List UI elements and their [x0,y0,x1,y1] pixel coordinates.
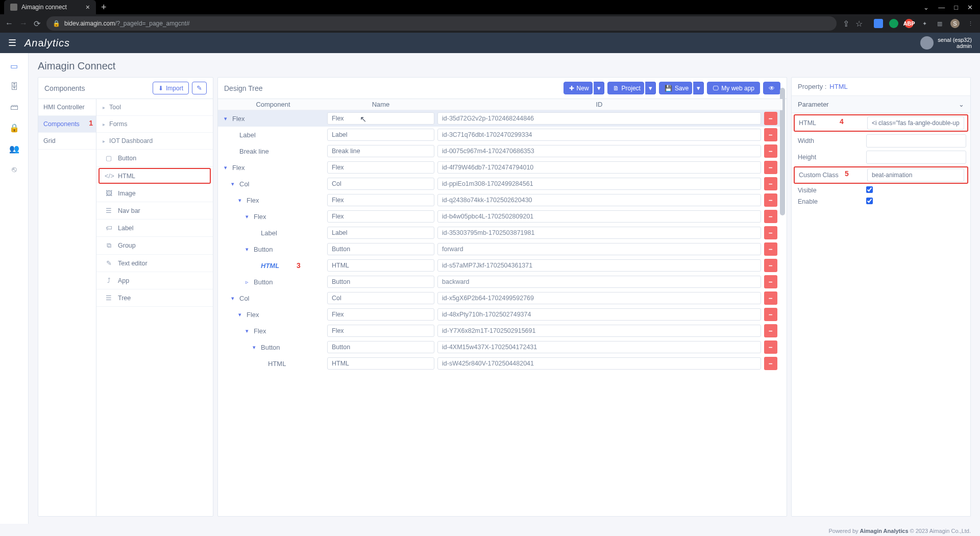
tree-name-input[interactable] [327,259,434,272]
delete-row-button[interactable]: − [764,177,777,190]
rail-database-icon[interactable]: 🗄 [10,82,18,91]
visible-checkbox[interactable] [866,186,873,193]
new-tab-button[interactable]: + [101,2,107,13]
delete-row-button[interactable]: − [764,308,777,321]
component-navbar[interactable]: ☰Nav bar [96,202,213,220]
tree-name-input[interactable] [327,161,434,174]
tree-name-input[interactable] [327,292,434,304]
maximize-icon[interactable]: □ [954,4,958,11]
menu-icon[interactable]: ⋮ [966,19,975,28]
tree-row[interactable]: ▾Flex− [218,323,782,339]
scrollbar[interactable] [780,78,786,516]
component-app[interactable]: ⤴App [96,272,213,289]
component-button[interactable]: ▢Button [96,150,213,167]
category-hmi-controller[interactable]: HMI Controller [38,99,96,116]
tree-id-input[interactable] [437,325,761,337]
tree-id-input[interactable] [437,292,761,304]
width-input[interactable] [866,134,966,148]
tree-name-input[interactable] [327,357,434,370]
tree-row[interactable]: ▾Flex− [218,192,782,208]
tree-row[interactable]: ▾Flex− [218,159,782,176]
tree-row[interactable]: HTML3− [218,257,782,274]
delete-row-button[interactable]: − [764,226,777,239]
import-button[interactable]: ⬇ Import [153,82,189,94]
sidepanel-icon[interactable]: ▥ [935,19,944,28]
tree-id-input[interactable] [437,227,761,239]
delete-row-button[interactable]: − [764,144,777,158]
tree-row[interactable]: HTML− [218,355,782,372]
chevron-down-icon[interactable]: ⌄ [923,4,929,11]
tree-row[interactable]: ▾Button− [218,339,782,355]
tree-name-input[interactable] [327,210,434,223]
tree-id-input[interactable] [437,243,761,255]
expand-toggle-icon[interactable]: ▾ [238,197,244,204]
component-group[interactable]: ⧉Group [96,237,213,255]
tree-id-input[interactable] [437,259,761,272]
tree-id-input[interactable] [437,129,761,141]
component-image[interactable]: 🖼Image [96,185,213,202]
close-tab-icon[interactable]: × [86,3,90,11]
html-input[interactable] [867,116,964,130]
delete-row-button[interactable]: − [764,128,777,141]
reload-icon[interactable]: ⟳ [34,19,40,29]
tree-row[interactable]: Label− [218,225,782,241]
category-components[interactable]: Components1 [38,116,96,133]
expand-toggle-icon[interactable]: ▾ [238,311,244,318]
tree-name-input[interactable] [327,227,434,239]
tree-id-input[interactable] [437,276,761,288]
tree-id-input[interactable] [437,210,761,223]
rail-page-icon[interactable]: ▭ [10,61,18,71]
tree-id-input[interactable] [437,112,761,125]
preview-button[interactable]: 👁 [763,82,780,94]
group-iot-dashboard[interactable]: IOT Dashboard [96,133,213,150]
tree-name-input[interactable] [327,129,434,141]
back-icon[interactable]: ← [5,19,13,28]
tree-name-input[interactable] [327,243,434,255]
delete-row-button[interactable]: − [764,112,777,125]
component-tree[interactable]: ☰Tree [96,289,213,307]
delete-row-button[interactable]: − [764,242,777,256]
project-dropdown[interactable]: ▾ [645,82,656,94]
tree-row[interactable]: ▾Flex− [218,110,782,127]
save-dropdown[interactable]: ▾ [693,82,704,94]
tree-name-input[interactable] [327,325,434,337]
my-webapp-button[interactable]: 🖵 My web app [707,82,760,94]
expand-toggle-icon[interactable]: ▾ [253,344,259,351]
tree-row[interactable]: ▾Col− [218,290,782,306]
tree-name-input[interactable] [327,145,434,157]
delete-row-button[interactable]: − [764,193,777,207]
tree-row[interactable]: ▹Button− [218,274,782,290]
tree-id-input[interactable] [437,308,761,321]
expand-toggle-icon[interactable]: ▾ [231,181,237,187]
expand-toggle-icon[interactable]: ▾ [231,295,237,302]
delete-row-button[interactable]: − [764,291,777,305]
tree-id-input[interactable] [437,357,761,370]
expand-toggle-icon[interactable]: ▾ [224,115,230,122]
hamburger-icon[interactable]: ☰ [8,37,16,48]
tree-row[interactable]: ▾Button− [218,241,782,257]
share-icon[interactable]: ⇪ [843,19,849,29]
group-forms[interactable]: Forms [96,116,213,133]
tree-name-input[interactable] [327,276,434,288]
expand-toggle-icon[interactable]: ▾ [246,328,252,334]
group-tool[interactable]: Tool [96,99,213,116]
extensions-icon[interactable]: ✦ [920,19,929,28]
tree-id-input[interactable] [437,161,761,174]
tree-row[interactable]: ▾Flex− [218,208,782,225]
delete-row-button[interactable]: − [764,324,777,337]
tree-name-input[interactable] [327,178,434,190]
tree-id-input[interactable] [437,145,761,157]
expand-toggle-icon[interactable]: ▾ [224,164,230,171]
enable-checkbox[interactable] [866,198,873,204]
expand-toggle-icon[interactable]: ▹ [246,279,252,285]
browser-tab[interactable]: Aimagin connect × [4,0,96,14]
edit-components-button[interactable]: ✎ [192,82,207,94]
expand-toggle-icon[interactable]: ▾ [246,213,252,220]
component-label[interactable]: 🏷Label [96,220,213,237]
bookmark-icon[interactable]: ☆ [855,19,863,29]
tree-row[interactable]: Break line− [218,143,782,159]
user-menu[interactable]: senal (esp32)admin [920,36,972,50]
delete-row-button[interactable]: − [764,340,777,354]
save-button[interactable]: 💾 Save [659,82,692,94]
tree-name-input[interactable] [327,194,434,206]
